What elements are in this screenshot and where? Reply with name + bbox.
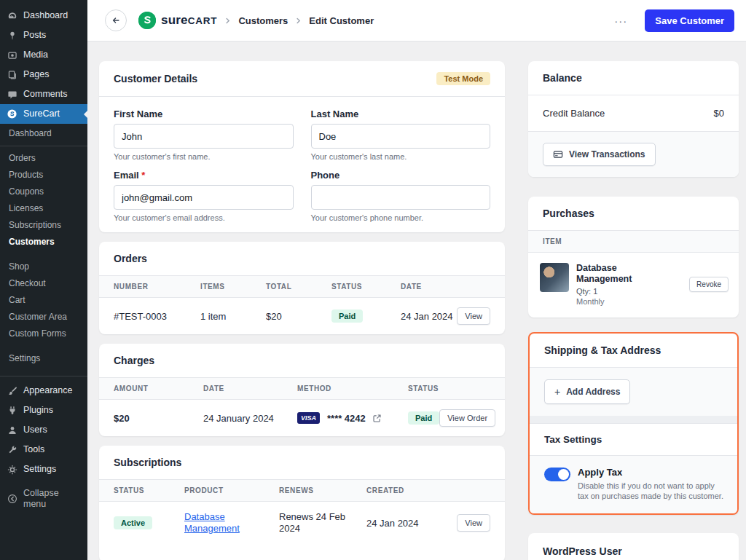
card-title: Charges — [114, 355, 154, 366]
sidebar-item-surecart[interactable]: SureCart — [0, 104, 87, 124]
balance-card: Balance Credit Balance $0 View Transacti… — [528, 61, 739, 177]
apply-tax-help: Disable this if you do not want to apply… — [578, 481, 727, 501]
submenu-gap — [0, 251, 87, 259]
sidebar-subitem-settings[interactable]: Settings — [0, 350, 87, 367]
subscription-row: Active Database Management Renews 24 Feb… — [99, 502, 505, 544]
sidebar-item-label: Pages — [23, 69, 49, 80]
subscription-view-button[interactable]: View — [457, 514, 490, 532]
order-date: 24 Jan 2024 — [401, 311, 457, 322]
sidebar-item-label: Dashboard — [23, 10, 68, 21]
surecart-logo: sureCART — [138, 12, 217, 29]
left-column: Customer Details Test Mode First Name Yo… — [99, 61, 505, 560]
order-items: 1 item — [200, 311, 266, 322]
charge-status-badge: Paid — [408, 411, 439, 425]
back-button[interactable] — [105, 9, 127, 31]
collapse-menu-button[interactable]: Collapse menu — [0, 484, 87, 514]
last-name-input[interactable] — [311, 124, 491, 149]
more-menu-button[interactable]: ··· — [611, 12, 630, 30]
sidebar-item-users[interactable]: Users — [0, 420, 87, 440]
sidebar-subitem-orders[interactable]: Orders — [0, 150, 87, 167]
order-row: #TEST-0003 1 item $20 Paid 24 Jan 2024 V… — [99, 298, 505, 334]
save-customer-button[interactable]: Save Customer — [645, 9, 734, 32]
charges-table-header: AMOUNTDATEMETHODSTATUS — [99, 378, 505, 400]
sidebar-subitem-checkout[interactable]: Checkout — [0, 275, 87, 292]
phone-field: Phone Your customer's phone number. — [311, 170, 491, 222]
apply-tax-toggle[interactable] — [544, 468, 570, 481]
sidebar-item-label: Users — [23, 425, 47, 435]
sidebar-subitem-licenses[interactable]: Licenses — [0, 200, 87, 217]
sidebar-subitem-coupons[interactable]: Coupons — [0, 184, 87, 200]
wp-menu-lower: Appearance Plugins Users Tools Settings … — [0, 376, 87, 514]
card-title: Orders — [114, 253, 147, 264]
card-last4: **** 4242 — [327, 413, 366, 424]
purchases-table-header: ITEM — [528, 231, 739, 253]
surecart-icon — [7, 109, 17, 119]
charge-amount: $20 — [114, 413, 203, 424]
subscription-status-badge: Active — [114, 516, 152, 529]
product-thumbnail — [540, 263, 569, 292]
dashboard-icon — [7, 10, 17, 21]
first-name-input[interactable] — [114, 124, 294, 149]
sidebar-item-tools[interactable]: Tools — [0, 440, 87, 460]
subscription-created: 24 Jan 2024 — [366, 518, 457, 529]
add-address-button[interactable]: + Add Address — [544, 379, 630, 404]
settings-icon — [7, 464, 17, 475]
view-transactions-button[interactable]: View Transactions — [543, 143, 656, 166]
revoke-button[interactable]: Revoke — [689, 277, 729, 292]
charge-date: 24 January 2024 — [203, 413, 297, 424]
orders-card: Orders NUMBERITEMSTOTALSTATUSDATE #TEST-… — [99, 242, 505, 334]
sidebar-subitem-custom-forms[interactable]: Custom Forms — [0, 326, 87, 342]
card-title: Customer Details — [114, 73, 197, 84]
sidebar-item-plugins[interactable]: Plugins — [0, 401, 87, 420]
breadcrumb-edit-customer: Edit Customer — [309, 15, 374, 26]
sidebar-subitem-shop[interactable]: Shop — [0, 259, 87, 275]
sidebar-item-appearance[interactable]: Appearance — [0, 381, 87, 401]
sidebar-item-label: Appearance — [23, 385, 72, 396]
email-help: Your customer's email address. — [114, 213, 294, 222]
order-view-button[interactable]: View — [457, 307, 490, 325]
top-bar: sureCART Customers Edit Customer ··· Sav… — [87, 0, 746, 42]
sidebar-subitem-dashboard[interactable]: Dashboard — [0, 125, 87, 142]
purchase-product-name: Database Management — [576, 263, 639, 285]
purchase-qty: Qty: 1 — [576, 287, 639, 296]
section-divider — [530, 416, 737, 423]
external-link-icon[interactable] — [372, 414, 382, 423]
sidebar-item-settings[interactable]: Settings — [0, 460, 87, 479]
sidebar-subitem-cart[interactable]: Cart — [0, 292, 87, 309]
shipping-tax-card: Shipping & Tax Address + Add Address Tax… — [528, 332, 739, 515]
sidebar-subitem-customers[interactable]: Customers — [0, 234, 87, 251]
sidebar-item-media[interactable]: Media — [0, 45, 87, 65]
purchase-interval: Monthly — [576, 297, 639, 306]
sidebar-item-comments[interactable]: Comments — [0, 84, 87, 104]
last-name-label: Last Name — [311, 109, 491, 119]
plus-icon: + — [554, 386, 560, 398]
surecart-wordmark: sureCART — [161, 13, 217, 28]
tax-settings-title: Tax Settings — [530, 423, 737, 456]
charges-card: Charges AMOUNTDATEMETHODSTATUS $20 24 Ja… — [99, 344, 505, 436]
orders-table-header: NUMBERITEMSTOTALSTATUSDATE — [99, 276, 505, 298]
phone-label: Phone — [311, 170, 491, 181]
users-icon — [7, 425, 17, 435]
sidebar-subitem-customer-area[interactable]: Customer Area — [0, 309, 87, 326]
sidebar-item-pages[interactable]: Pages — [0, 65, 87, 84]
sidebar-item-label: Comments — [23, 89, 67, 100]
main-content: Customer Details Test Mode First Name Yo… — [87, 42, 746, 560]
phone-input[interactable] — [311, 185, 491, 210]
sidebar-subitem-products[interactable]: Products — [0, 167, 87, 184]
sidebar-item-posts[interactable]: Posts — [0, 25, 87, 45]
sidebar-item-dashboard[interactable]: Dashboard — [0, 6, 87, 25]
email-input[interactable] — [114, 185, 294, 210]
card-title: Purchases — [543, 208, 594, 219]
required-asterisk: * — [141, 170, 145, 181]
apply-tax-label: Apply Tax — [578, 467, 727, 478]
sidebar-subitem-subscriptions[interactable]: Subscriptions — [0, 217, 87, 234]
card-title: Balance — [543, 72, 582, 84]
view-order-button[interactable]: View Order — [439, 409, 495, 427]
purchases-card: Purchases ITEM Database Management Qty: … — [528, 197, 739, 318]
subscription-product-link[interactable]: Database Management — [184, 511, 240, 534]
breadcrumb-customers[interactable]: Customers — [238, 15, 288, 26]
charge-method: VISA **** 4242 — [297, 412, 408, 424]
submenu-gap — [0, 342, 87, 350]
order-total: $20 — [266, 311, 331, 322]
credit-balance-label: Credit Balance — [543, 108, 605, 119]
